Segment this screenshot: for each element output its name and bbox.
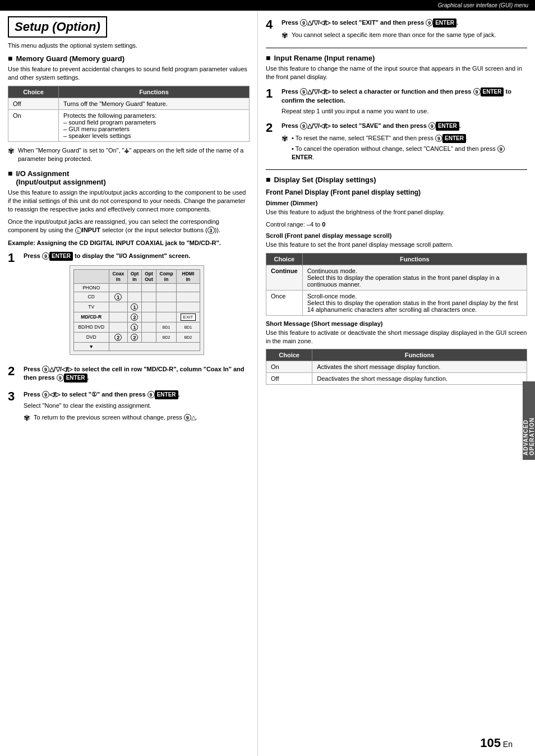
sm-col-functions: Functions — [312, 349, 527, 361]
circle-tv: 1 — [131, 303, 138, 311]
enter-btn-2: ENTER — [64, 374, 87, 382]
ir-step-2-tip: ✾ • To reset the name, select "RESET" an… — [282, 134, 527, 162]
divider-1 — [266, 48, 527, 48]
page-number: 105 En — [480, 736, 513, 750]
ir-step-1: 1 Press 9△/▽/◁/▷ to select a character o… — [266, 87, 527, 116]
step-2-content: Press 9△/▽/◁/▷ to select the cell in row… — [24, 365, 250, 385]
step-2: 2 Press 9△/▽/◁/▷ to select the cell in r… — [8, 365, 250, 385]
step-3-sub: Select "None" to clear the existing assi… — [24, 402, 250, 410]
io-diagram-table: CoaxIn OptIn OptOut CompIn HDMIIn PHONO — [73, 269, 200, 351]
input-circle: L — [75, 227, 82, 234]
io-row: DVD 2 2 BD2 BD2 — [73, 332, 200, 342]
choice-off: Off — [8, 98, 59, 109]
circle-bdhd1: 1 — [131, 324, 138, 331]
sm-func-off: Deactivates the short message display fu… — [312, 373, 527, 385]
choice-once: Once — [266, 290, 303, 315]
ir-step-1-instruction: Press 9△/▽/◁/▷ to select a character or … — [282, 87, 527, 105]
table-row: On Protects the following parameters: – … — [8, 109, 250, 141]
tip-icon: ✾ — [8, 146, 15, 164]
enter-btn-ir2: ENTER — [436, 122, 459, 131]
ir-step-num-1: 1 — [266, 87, 276, 116]
memory-guard-tip: ✾ When "Memory Guard" is set to "On", "⚶… — [8, 146, 250, 164]
sm-col-choice: Choice — [266, 349, 312, 361]
step-num-3: 3 — [8, 390, 18, 426]
scroll-body: Use this feature to set the front panel … — [266, 241, 527, 249]
bullet-icon-display: ■ — [266, 175, 270, 184]
table-row: On Activates the short message display f… — [266, 361, 527, 373]
io-diagram: CoaxIn OptIn OptOut CompIn HDMIIn PHONO — [70, 265, 204, 355]
col-functions: Functions — [59, 86, 250, 98]
memory-guard-title: Memory Guard (Memory guard) — [16, 54, 124, 63]
row-bdhddvd: BD/HD DVD — [73, 322, 109, 332]
ir-step-1-content: Press 9△/▽/◁/▷ to select a character or … — [282, 87, 527, 116]
bullet-icon-rename: ■ — [266, 53, 270, 62]
tip-icon-3: ✾ — [24, 413, 30, 422]
dimmer-range: Control range: –4 to 0 — [266, 220, 527, 229]
row-phono: PHONO — [73, 283, 109, 292]
step-num-1: 1 — [8, 252, 18, 359]
tip-text-4: You cannot select a specific item more t… — [292, 31, 527, 40]
io-row: TV 1 — [73, 302, 200, 312]
ir-step-2: 2 Press 9△/▽/◁/▷ to select "SAVE" and th… — [266, 122, 527, 165]
col-opt-in: OptIn — [127, 269, 142, 283]
choice-on: On — [8, 109, 59, 141]
page-title: Setup (Option) — [8, 16, 107, 38]
input-rename-body: Use this feature to change the name of t… — [266, 64, 527, 82]
step-3-tip: ✾ To return to the previous screen witho… — [24, 413, 250, 422]
side-tab: ADVANCED OPERATION — [523, 381, 535, 460]
example-title: Example: Assigning the CD DIGITAL INPUT … — [8, 239, 250, 246]
func-once: Scroll-once mode.Select this to display … — [302, 290, 527, 315]
step-1-instruction: Press 9ENTER to display the "I/O Assignm… — [24, 252, 250, 261]
step-2-instruction: Press 9△/▽/◁/▷ to select the cell in row… — [24, 365, 250, 382]
table-row: Off Turns off the "Memory Guard" feature… — [8, 98, 250, 109]
table-row: Once Scroll-once mode.Select this to dis… — [266, 290, 527, 315]
io-assignment-title: I/O Assignment(Input/output assignment) — [16, 169, 105, 186]
step-3-instruction: Press 9◁/▷ to select "①" and then press … — [24, 390, 250, 399]
memory-guard-body: Use this feature to prevent accidental c… — [8, 65, 250, 82]
tip-text-3: To return to the previous screen without… — [34, 413, 250, 422]
input-rename-header: ■ Input Rename (Input rename) — [266, 54, 527, 62]
ir-step-1-sub: Repeat step 1 until you input a name you… — [282, 107, 527, 116]
memory-guard-table: Choice Functions Off Turns off the "Memo… — [8, 86, 250, 142]
enter-btn-ir1: ENTER — [481, 87, 504, 96]
step-num-2: 2 — [8, 365, 18, 385]
table-row: Continue Continuous mode.Select this to … — [266, 265, 527, 290]
enter-btn: ENTER — [49, 252, 73, 261]
ir-step-2-instruction: Press 9△/▽/◁/▷ to select "SAVE" and then… — [282, 122, 527, 131]
row-mdcdr: MD/CD-R — [73, 312, 109, 322]
left-column: Setup (Option) This menu adjusts the opt… — [0, 11, 258, 756]
short-message-title: Short Message (Short message display) — [266, 320, 527, 327]
step-3-content: Press 9◁/▷ to select "①" and then press … — [24, 390, 250, 426]
func-off: Turns off the "Memory Guard" feature. — [59, 98, 250, 109]
table-row: Off Deactivates the short message displa… — [266, 373, 527, 385]
dimmer-title: Dimmer (Dimmer) — [266, 200, 527, 206]
bullet-icon: ■ — [8, 54, 12, 63]
io-body2: Once the input/output jacks are reassign… — [8, 218, 250, 235]
enter-btn-3: ENTER — [155, 390, 178, 399]
display-set-header: ■ Display Set (Display settings) — [266, 176, 527, 184]
divider-2 — [266, 169, 527, 170]
memory-guard-header: ■ Memory Guard (Memory guard) — [8, 54, 250, 63]
func-continue: Continuous mode.Select this to display t… — [302, 265, 527, 290]
choice-continue: Continue — [266, 265, 303, 290]
ir-tip-1: • To reset the name, select "RESET" and … — [292, 134, 527, 143]
circle-mdcdr: 2 — [131, 314, 138, 321]
sm-choice-on: On — [266, 361, 312, 373]
circle-cd: 1 — [114, 293, 122, 301]
scroll-table: Choice Functions Continue Continuous mod… — [266, 253, 527, 316]
col-header — [73, 269, 109, 283]
step-1: 1 Press 9ENTER to display the "I/O Assig… — [8, 252, 250, 359]
circle-dvd1: 2 — [114, 334, 122, 341]
tip-text: When "Memory Guard" is set to "On", "⚶" … — [18, 146, 250, 164]
display-set-title: Display Set (Display settings) — [274, 176, 376, 184]
side-tab-text: ADVANCED OPERATION — [523, 386, 535, 455]
page-num-value: 105 — [480, 736, 501, 750]
ir-step-num-2: 2 — [266, 122, 276, 165]
right-column: 4 Press 9△/▽/◁/▷ to select "EXIT" and th… — [258, 11, 535, 756]
row-dvd: DVD — [73, 332, 109, 342]
io-row: CD 1 — [73, 292, 200, 302]
intro-text: This menu adjusts the optional system se… — [8, 42, 250, 49]
io-row: ▼ — [73, 342, 200, 351]
sm-choice-off: Off — [266, 373, 312, 385]
col-opt-out: OptOut — [142, 269, 156, 283]
